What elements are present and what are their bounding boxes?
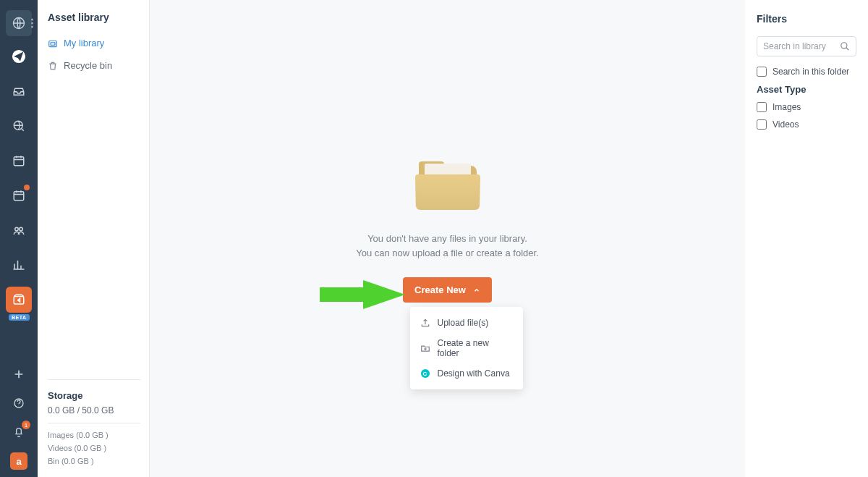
trash-icon — [48, 61, 58, 71]
chevron-up-icon — [473, 287, 480, 294]
filter-videos[interactable]: Videos — [757, 119, 856, 130]
filter-label: Search in this folder — [773, 67, 849, 77]
plus-icon — [13, 368, 25, 380]
rail-calendar[interactable] — [6, 148, 32, 174]
empty-line-1: You don't have any files in your library… — [356, 232, 538, 246]
menu-design-canva[interactable]: C Design with Canva — [410, 363, 523, 384]
checkbox-images[interactable] — [757, 102, 767, 112]
folder-plus-icon — [420, 343, 430, 353]
analytics-icon — [12, 258, 25, 271]
main-content: You don't have any files in your library… — [150, 0, 745, 477]
icon-rail: BETA 1 a — [0, 0, 38, 477]
storage-section: Storage 0.0 GB / 50.0 GB Images (0.0 GB … — [48, 379, 140, 470]
sidebar-item-label: Recycle bin — [64, 60, 112, 71]
rail-help[interactable] — [6, 390, 32, 416]
rail-team[interactable] — [6, 217, 32, 243]
rail-brand[interactable]: a — [6, 448, 32, 474]
library-icon — [12, 293, 25, 306]
sidebar: Asset library My library Recycle bin Sto… — [38, 0, 150, 477]
empty-state-text: You don't have any files in your library… — [356, 232, 538, 260]
notification-dot-icon — [24, 185, 30, 190]
sidebar-item-label: My library — [64, 38, 104, 48]
filter-search-in-folder[interactable]: Search in this folder — [757, 67, 856, 77]
storage-images: Images (0.0 GB ) — [48, 431, 140, 439]
app-logo[interactable] — [6, 10, 32, 36]
storage-usage: 0.0 GB / 50.0 GB — [48, 405, 140, 423]
empty-line-2: You can now upload a file or create a fo… — [356, 246, 538, 261]
upload-icon — [420, 318, 430, 328]
team-icon — [12, 224, 25, 237]
menu-create-folder[interactable]: Create a new folder — [410, 333, 523, 363]
rail-discover[interactable] — [6, 113, 32, 139]
svg-rect-4 — [14, 192, 24, 200]
canva-icon: C — [420, 368, 430, 379]
inbox-icon — [12, 85, 25, 98]
library-folder-icon — [48, 38, 58, 48]
svg-rect-3 — [14, 157, 24, 166]
svg-rect-10 — [51, 42, 55, 45]
filters-panel: Filters Search in this folder Asset Type… — [745, 0, 868, 477]
create-new-button[interactable]: Create New — [403, 277, 492, 303]
search-input[interactable] — [763, 41, 840, 51]
search-icon — [840, 41, 850, 51]
rail-analytics[interactable] — [6, 252, 32, 278]
notification-count-badge: 1 — [22, 421, 30, 429]
rail-add[interactable] — [6, 361, 32, 387]
checkbox-videos[interactable] — [757, 119, 767, 130]
filter-images[interactable]: Images — [757, 102, 856, 112]
beta-badge: BETA — [9, 314, 30, 321]
help-icon — [13, 397, 25, 409]
rail-bottom: 1 a — [6, 358, 32, 477]
svg-point-5 — [15, 227, 19, 231]
svg-marker-11 — [320, 280, 405, 309]
logo-icon — [12, 16, 26, 30]
checkbox-search-in-folder[interactable] — [757, 67, 767, 77]
globe-search-icon — [12, 119, 25, 132]
asset-type-heading: Asset Type — [757, 84, 856, 95]
brand-icon: a — [10, 452, 27, 470]
empty-folder-illustration — [412, 152, 484, 210]
paper-plane-icon — [12, 49, 26, 64]
menu-upload-files[interactable]: Upload file(s) — [410, 313, 523, 333]
menu-item-label: Upload file(s) — [438, 318, 489, 328]
sidebar-title: Asset library — [48, 12, 140, 23]
sidebar-item-my-library[interactable]: My library — [48, 35, 140, 51]
rail-scheduled[interactable] — [6, 182, 32, 208]
storage-title: Storage — [48, 390, 140, 401]
menu-item-label: Design with Canva — [438, 368, 510, 379]
svg-point-6 — [20, 227, 23, 231]
calendar-icon — [12, 154, 25, 167]
svg-point-12 — [841, 43, 847, 48]
annotation-arrow-icon — [320, 280, 407, 309]
search-box[interactable] — [757, 36, 856, 56]
filter-label: Videos — [773, 119, 799, 130]
create-new-dropdown: Upload file(s) Create a new folder C Des… — [410, 307, 523, 389]
logo-menu-dots-icon — [31, 19, 33, 28]
calendar-dot-icon — [12, 189, 25, 202]
svg-rect-7 — [14, 297, 24, 305]
storage-bin: Bin (0.0 GB ) — [48, 457, 140, 465]
filters-title: Filters — [757, 13, 856, 25]
menu-item-label: Create a new folder — [438, 338, 513, 358]
filter-label: Images — [773, 102, 801, 112]
rail-library[interactable]: BETA — [6, 287, 32, 313]
rail-notifications[interactable]: 1 — [6, 419, 32, 445]
svg-rect-9 — [49, 41, 57, 46]
rail-publish[interactable] — [6, 43, 32, 69]
sidebar-item-recycle-bin[interactable]: Recycle bin — [48, 57, 140, 74]
create-new-label: Create New — [414, 284, 466, 295]
rail-inbox[interactable] — [6, 78, 32, 104]
storage-videos: Videos (0.0 GB ) — [48, 444, 140, 452]
